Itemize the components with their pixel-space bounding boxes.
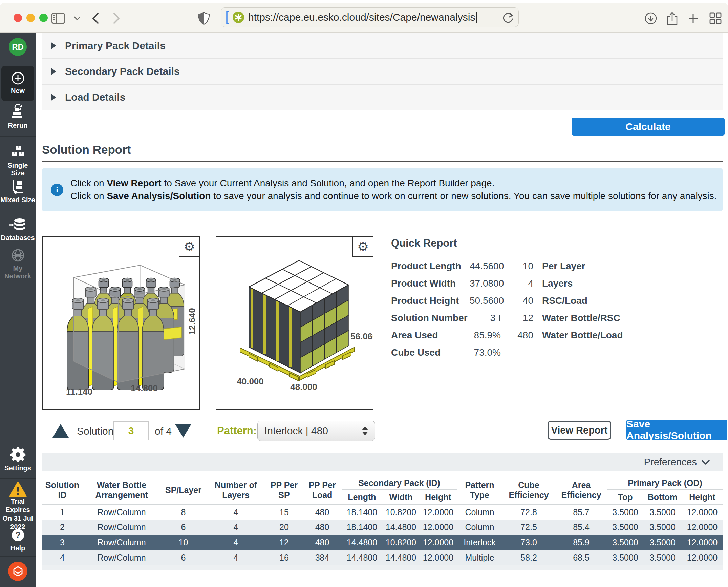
globe-icon	[0, 248, 36, 263]
banner-text: Click on View Report to Save your Curren…	[70, 177, 717, 203]
chevron-down-icon[interactable]	[702, 460, 710, 465]
sidebar-item-label: My Network	[0, 265, 36, 280]
text-caret	[476, 12, 477, 23]
zoom-window-button[interactable]	[39, 14, 48, 22]
view-report-button[interactable]: View Report	[548, 421, 611, 440]
table-row-selected[interactable]: 3Row/Column1041248014.480010.820012.0000…	[42, 535, 723, 550]
new-tab-button[interactable]	[686, 11, 701, 26]
sidebar-item-rerun[interactable]: Rerun	[0, 104, 36, 129]
save-analysis-solution-button[interactable]: Save Analysis/Solution	[626, 420, 727, 440]
solutions-table: Solution ID Water Bottle Arrangement SP/…	[42, 476, 723, 570]
share-button[interactable]	[665, 11, 680, 26]
collapsed-arrow-icon	[51, 93, 56, 101]
col-header: Cube Efficiency	[502, 476, 555, 504]
sidebar-item-label: Rerun	[0, 122, 36, 129]
primary-pack-3d-view: ⚙	[42, 236, 200, 410]
quick-report-row: Solution Number3 I12Water Bottle/RSC	[391, 309, 623, 327]
table-row[interactable]: 4Row/Column641638414.480014.480012.0000M…	[42, 550, 723, 565]
sidebar-item-help[interactable]: ? Help	[0, 528, 36, 552]
sidebar-divider	[0, 556, 36, 557]
privacy-shield-icon[interactable]	[196, 11, 211, 26]
pattern-select[interactable]: Interlock | 480	[257, 421, 375, 441]
col-subheader: Height	[420, 490, 457, 504]
solution-number-input[interactable]: 3	[113, 421, 149, 440]
previous-solution-button[interactable]	[52, 424, 69, 438]
sidebar-item-new[interactable]: New	[1, 66, 34, 101]
forward-button[interactable]	[109, 11, 124, 26]
table-row[interactable]: 1Row/Column841548018.140010.820012.0000C…	[42, 504, 723, 520]
minimize-window-button[interactable]	[26, 14, 35, 22]
col-header: Number of Layers	[206, 476, 265, 504]
avatar[interactable]: RD	[9, 38, 27, 56]
col-subheader: Width	[382, 490, 420, 504]
col-subheader: Top	[607, 490, 643, 504]
next-solution-button[interactable]	[175, 424, 191, 438]
quick-report: Quick Report Product Length44.560010Per …	[391, 237, 623, 361]
quick-report-row: Area Used85.9%480Water Bottle/Load	[391, 327, 623, 344]
col-group-header: Secondary Pack (ID)	[342, 476, 457, 490]
reload-button[interactable]	[502, 12, 514, 23]
dim-width-label: 11.140	[66, 386, 92, 397]
table-header: Solution ID Water Bottle Arrangement SP/…	[42, 476, 723, 504]
trial-expiry-line: On 31 Jul	[0, 514, 36, 523]
col-subheader: Bottom	[643, 490, 682, 504]
sidebar-divider	[0, 136, 36, 137]
info-icon: i	[51, 184, 63, 196]
downloads-button[interactable]	[643, 11, 658, 26]
tab-overview-button[interactable]	[708, 11, 723, 26]
quick-report-title: Quick Report	[391, 237, 623, 249]
sidebar-item-label: Help	[0, 544, 36, 552]
sidebar-item-settings[interactable]: Settings	[0, 446, 36, 472]
pallet-3d-image: 40.000 48.000 56.060	[216, 237, 373, 409]
title-underline	[42, 161, 723, 162]
info-banner: i Click on View Report to Save your Curr…	[42, 168, 723, 211]
svg-text:?: ?	[15, 530, 21, 540]
quick-report-row: Product Length44.560010Per Layer	[391, 257, 623, 275]
section-secondary-pack-details[interactable]: Secondary Pack Details	[42, 59, 723, 85]
sidebar-item-label: Mixed Size	[0, 196, 36, 204]
col-header: Pattern Type	[457, 476, 502, 504]
address-bar[interactable]: https://cape.eu.esko.cloud/sites/Cape/ne…	[221, 7, 519, 27]
section-title: Load Details	[65, 91, 125, 103]
col-subheader: Height	[682, 490, 723, 504]
mixed-size-icon	[0, 178, 36, 194]
sidebar-toggle-icon[interactable]	[51, 11, 66, 26]
section-primary-pack-details[interactable]: Primary Pack Details	[42, 33, 723, 59]
databases-icon	[0, 217, 36, 232]
bottles-3d-image: 11.140 14.800 12.640	[43, 237, 199, 409]
sidebar-item-single-size[interactable]: Single Size	[0, 144, 36, 177]
table-row[interactable]: 2Row/Column642048018.140014.480012.0000C…	[42, 520, 723, 535]
close-window-button[interactable]	[14, 14, 22, 22]
view-settings-gear-icon[interactable]: ⚙	[179, 237, 199, 257]
preferences-toggle[interactable]: Preferences	[644, 457, 697, 468]
col-header: Solution ID	[42, 476, 83, 504]
sidebar-item-databases[interactable]: Databases	[0, 217, 36, 242]
url-text[interactable]: https://cape.eu.esko.cloud/sites/Cape/ne…	[248, 12, 475, 23]
col-header: SP/Layer	[160, 476, 206, 504]
view-settings-gear-icon[interactable]: ⚙	[352, 237, 373, 257]
esko-brand-button[interactable]	[8, 562, 27, 581]
quick-report-row: Product Height50.560040RSC/Load	[391, 292, 623, 309]
page-title: Solution Report	[42, 143, 131, 156]
col-header: PP Per Load	[303, 476, 342, 504]
col-header: Water Bottle Arrangement	[83, 476, 160, 504]
sidebar-item-trial-warning[interactable]: Trial Expires On 31 Jul 2022	[0, 482, 36, 531]
sidebar-item-mixed-size[interactable]: Mixed Size	[0, 178, 36, 204]
pattern-label: Pattern:	[217, 425, 257, 437]
toolbar-chevron-down-icon[interactable]	[70, 11, 85, 26]
dim-height-label: 56.060	[350, 331, 373, 341]
table-footer-strip	[42, 565, 723, 570]
sidebar-divider	[0, 210, 36, 210]
gear-icon	[0, 446, 36, 463]
calculate-button[interactable]: Calculate	[572, 118, 725, 136]
sidebar-item-my-network[interactable]: My Network	[0, 248, 36, 280]
plus-circle-icon	[1, 71, 34, 85]
dim-width-label: 40.000	[237, 376, 264, 386]
section-load-details[interactable]: Load Details	[42, 85, 723, 110]
pattern-selected-value: Interlock | 480	[264, 425, 328, 437]
solution-count-label: of 4	[155, 425, 172, 437]
dim-height-label: 12.640	[187, 308, 197, 335]
form-sections: Primary Pack Details Secondary Pack Deta…	[42, 33, 723, 110]
back-button[interactable]	[88, 11, 103, 26]
collapsed-arrow-icon	[51, 68, 56, 75]
